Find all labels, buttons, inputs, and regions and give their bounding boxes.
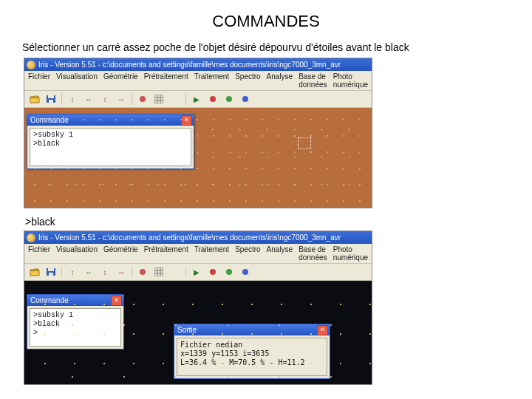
commande-titlebar[interactable]: Commande × (27, 115, 194, 126)
tool-arrow[interactable]: ▶ (189, 265, 204, 279)
menu-geometrie[interactable]: Géométrie (103, 245, 138, 262)
commande-title-text: Commande (30, 296, 69, 304)
menu-geometrie[interactable]: Géométrie (103, 72, 138, 89)
menu-pretraitement[interactable]: Prétraitement (144, 245, 188, 262)
grid-icon (154, 267, 163, 276)
menu-pretraitement[interactable]: Prétraitement (144, 72, 188, 89)
menu-fichier[interactable]: Fichier (28, 245, 50, 262)
tool-2[interactable]: ↔ (81, 265, 96, 279)
tool-b[interactable] (238, 265, 253, 279)
app-titlebar: Iris - Version 5.51 - c:\documents and s… (24, 58, 372, 71)
tool-3[interactable]: ↕ (98, 92, 112, 106)
tool-r[interactable] (205, 265, 220, 279)
commande-title-text: Commande (30, 116, 69, 124)
disk-icon (46, 95, 56, 103)
close-icon[interactable]: × (317, 325, 328, 335)
app-title-text: Iris - Version 5.51 - c:\documents and s… (38, 61, 341, 69)
tool-4[interactable]: ↔ (114, 265, 129, 279)
toolbar-separator (185, 266, 186, 278)
tool-3[interactable]: ↕ (98, 265, 112, 279)
menu-spectro[interactable]: Spectro (235, 245, 260, 262)
svg-rect-2 (49, 100, 53, 103)
commande-titlebar[interactable]: Commande × (27, 295, 123, 306)
toolbar: ↕ ↔ ↕ ↔ ▶ (24, 264, 372, 281)
menu-visualisation[interactable]: Visualisation (56, 245, 98, 262)
toolbar-separator (132, 266, 132, 278)
menu-fichier[interactable]: Fichier (28, 72, 50, 89)
folder-icon (30, 95, 40, 103)
close-icon[interactable]: × (111, 296, 122, 306)
toolbar-separator (132, 93, 132, 105)
menu-bdd[interactable]: Base de données (299, 72, 327, 89)
close-icon[interactable]: × (181, 115, 192, 126)
disk-icon (46, 267, 56, 276)
open-button[interactable] (27, 265, 42, 279)
tool-arrow[interactable]: ▶ (189, 92, 204, 106)
tool-4[interactable]: ↔ (114, 92, 129, 106)
commande-text[interactable]: >subsky 1 >black > (30, 308, 121, 347)
svg-rect-5 (48, 268, 54, 271)
screenshot-1: Iris - Version 5.51 - c:\documents and s… (24, 58, 372, 208)
commande-window[interactable]: Commande × >subsky 1 >black > (27, 294, 124, 349)
grid-icon (154, 95, 163, 103)
svg-rect-3 (154, 95, 163, 103)
tool-blank[interactable] (168, 92, 183, 106)
tool-blank[interactable] (168, 265, 183, 279)
image-viewport[interactable]: Commande × >subsky 1 >black (24, 108, 372, 208)
app-icon (27, 233, 35, 242)
tool-r[interactable] (205, 92, 220, 106)
app-icon (27, 61, 35, 69)
app-title-text: Iris - Version 5.51 - c:\documents and s… (38, 233, 341, 242)
tool-2[interactable]: ↔ (81, 92, 96, 106)
menu-visualisation[interactable]: Visualisation (56, 72, 98, 89)
tool-grid[interactable] (151, 265, 166, 279)
app-titlebar: Iris - Version 5.51 - c:\documents and s… (24, 231, 372, 244)
sortie-title-text: Sortie (177, 326, 197, 334)
tool-grid[interactable] (151, 92, 166, 106)
menu-bar[interactable]: Fichier Visualisation Géométrie Prétrait… (24, 244, 372, 264)
toolbar-separator (61, 93, 62, 105)
svg-rect-7 (154, 267, 163, 276)
menu-traitement[interactable]: Traitement (194, 245, 229, 262)
instruction-text: Sélectionner un carré assez poche de l'o… (22, 41, 517, 53)
sortie-text: Fichier nedian x=1339 y=1153 i=3635 L=36… (177, 338, 327, 376)
image-viewport[interactable]: Commande × >subsky 1 >black > Sortie × F… (24, 281, 372, 384)
menu-analyse[interactable]: Analyse (267, 245, 293, 262)
menu-photo[interactable]: Photo numérique (333, 245, 368, 262)
toolbar-separator (185, 93, 186, 105)
menu-spectro[interactable]: Spectro (235, 72, 260, 89)
save-button[interactable] (44, 92, 58, 106)
toolbar: ↕ ↔ ↕ ↔ ▶ (24, 91, 372, 108)
tool-g[interactable] (222, 265, 236, 279)
folder-icon (30, 267, 40, 276)
menu-bar[interactable]: Fichier Visualisation Géométrie Prétrait… (24, 71, 372, 91)
menu-bdd[interactable]: Base de données (299, 245, 327, 262)
tool-b[interactable] (238, 92, 253, 106)
commande-text[interactable]: >subsky 1 >black (30, 128, 191, 166)
command-label: >black (25, 216, 517, 228)
sortie-titlebar[interactable]: Sortie × (174, 324, 330, 335)
svg-rect-6 (49, 273, 53, 276)
menu-analyse[interactable]: Analyse (267, 72, 293, 89)
svg-rect-1 (48, 95, 54, 98)
sortie-window[interactable]: Sortie × Fichier nedian x=1339 y=1153 i=… (174, 324, 330, 379)
commande-window[interactable]: Commande × >subsky 1 >black (27, 114, 194, 169)
page-title: COMMANDES (15, 12, 517, 31)
menu-traitement[interactable]: Traitement (194, 72, 229, 89)
tool-g[interactable] (222, 92, 236, 106)
menu-photo[interactable]: Photo numérique (333, 72, 368, 89)
tool-1[interactable]: ↕ (65, 265, 80, 279)
screenshot-2: Iris - Version 5.51 - c:\documents and s… (24, 231, 372, 385)
open-button[interactable] (27, 92, 42, 106)
tool-1[interactable]: ↕ (65, 92, 80, 106)
tool-circle-red[interactable] (135, 92, 150, 106)
toolbar-separator (61, 266, 62, 278)
tool-circle-red[interactable] (135, 265, 150, 279)
selection-box[interactable] (298, 137, 311, 149)
save-button[interactable] (44, 265, 58, 279)
